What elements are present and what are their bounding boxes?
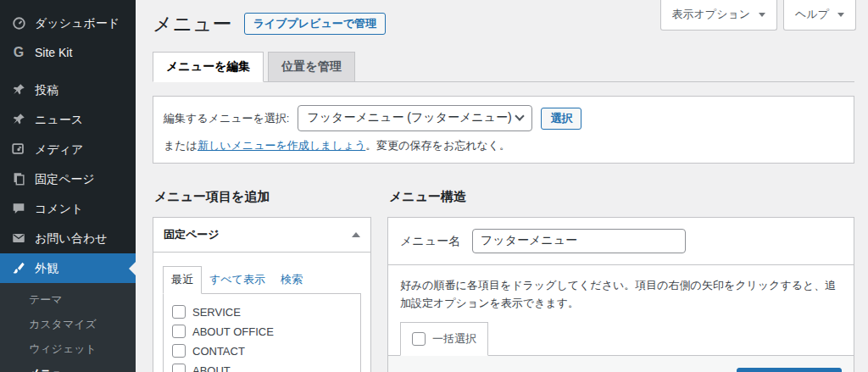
submenu-item-label: ウィジェット [29,342,97,355]
pushpin-icon [10,81,27,98]
page-title: メニュー [153,11,232,36]
add-items-heading: メニュー項目を追加 [154,189,371,205]
pages-postbox-body: 最近 すべて表示 検索 SERVICE ABOUT OFFICE [153,253,370,372]
comment-icon [10,200,27,217]
appearance-icon [10,259,27,276]
pages-tabs: 最近 すべて表示 検索 [163,266,361,293]
submenu-item-label: カスタマイズ [29,318,97,330]
help-button[interactable]: ヘルプ [783,0,856,31]
select-menu-label: 編集するメニューを選択: [164,111,289,126]
menu-structure-body: 好みの順番に各項目をドラッグしてください。項目の右側の矢印をクリックすると、追加… [388,265,854,355]
media-icon [10,141,27,158]
or-text: または [164,139,198,152]
bulk-select-checkbox[interactable] [412,332,426,346]
page-label: ABOUT OFFICE [192,325,274,338]
bulk-select-label: 一括選択 [432,330,476,347]
admin-sidebar: ダッシュボード G Site Kit 投稿 ニュース メディア [0,0,136,372]
menu-structure-panel: メニュー名 好みの順番に各項目をドラッグしてください。項目の右側の矢印をクリック… [387,217,854,372]
menu-editor-columns: メニュー項目を追加 固定ページ 最近 すべて表示 検索 [153,189,854,372]
drag-instructions-text: 好みの順番に各項目をドラッグしてください。項目の右側の矢印をクリックすると、追加… [400,276,842,313]
page-checkbox[interactable] [172,364,186,372]
page-checkbox-row: SERVICE [172,305,352,319]
select-button[interactable]: 選択 [541,108,581,130]
tab-view-all[interactable]: すべて表示 [202,267,273,293]
pushpin-icon [10,111,27,128]
caret-down-icon [759,13,765,17]
sidebar-item-comments[interactable]: コメント [0,194,136,224]
nav-tabs: メニューを編集 位置を管理 [153,52,854,82]
page-label: SERVICE [192,306,241,319]
sidebar-separator [0,68,136,75]
tab-most-recent[interactable]: 最近 [163,266,202,294]
dashboard-icon [10,14,27,31]
sidebar-item-label: コメント [35,201,83,216]
sidebar-item-sitekit[interactable]: G Site Kit [0,38,136,68]
pages-postbox-header[interactable]: 固定ページ [153,218,370,253]
menu-structure-heading: メニュー構造 [389,189,854,205]
sidebar-item-posts[interactable]: 投稿 [0,75,136,105]
page-checkbox[interactable] [172,344,186,358]
screen-options-button[interactable]: 表示オプション [660,0,778,31]
mail-icon [10,230,27,247]
live-preview-button[interactable]: ライブプレビューで管理 [244,13,386,35]
page-checkbox-row: CONTACT [172,344,352,358]
admin-content: 表示オプション ヘルプ メニュー ライブプレビューで管理 メニューを編集 位置を… [136,0,868,372]
tab-search[interactable]: 検索 [273,267,310,293]
page-checkbox-row: ABOUT [172,364,352,372]
create-menu-link[interactable]: 新しいメニューを作成しましょう [198,139,365,152]
sidebar-item-label: Site Kit [35,45,72,60]
page-checkbox[interactable] [172,305,186,319]
sitekit-icon: G [10,44,27,61]
menu-structure-column: メニュー構造 メニュー名 好みの順番に各項目をドラッグしてください。項目の右側の… [387,189,854,372]
save-reminder-text: 。変更の保存をお忘れなく。 [365,139,510,152]
sidebar-item-label: 固定ページ [35,171,95,186]
tab-manage-locations[interactable]: 位置を管理 [268,52,354,82]
pages-postbox-title: 固定ページ [164,227,220,242]
add-menu-items-column: メニュー項目を追加 固定ページ 最近 すべて表示 検索 [153,189,371,372]
sidebar-item-contact[interactable]: お問い合わせ [0,224,136,253]
menu-name-label: メニュー名 [400,234,460,249]
menu-settings-footer: メニューを削除 メニューを保存 [388,355,854,372]
chevron-down-icon [515,111,525,120]
manage-menus-bar: 編集するメニューを選択: フッターメニュー (フッターメニュー) 選択 または新… [153,96,854,164]
sidebar-item-label: メディア [35,142,83,157]
screen-options-label: 表示オプション [672,7,751,22]
screen-meta-links: 表示オプション ヘルプ [660,0,856,31]
submenu-item-menus[interactable]: メニュー [0,361,136,372]
caret-down-icon [837,13,844,17]
page-checkbox-row: ABOUT OFFICE [172,325,352,338]
bulk-select-tab: 一括選択 [400,322,488,356]
save-menu-button[interactable]: メニューを保存 [737,368,842,372]
menu-select[interactable]: フッターメニュー (フッターメニュー) [298,105,532,131]
help-label: ヘルプ [795,7,829,22]
page-label: CONTACT [192,345,245,358]
sidebar-item-label: お問い合わせ [35,230,107,246]
sidebar-item-news[interactable]: ニュース [0,105,136,135]
pages-icon [10,170,27,187]
sidebar-item-label: 投稿 [35,82,58,97]
submenu-item-themes[interactable]: テーマ [0,287,136,312]
appearance-submenu: テーマ カスタマイズ ウィジェット メニュー [0,283,136,372]
sidebar-item-label: ニュース [35,112,83,127]
menu-name-input[interactable] [472,229,686,253]
panel-toggle-icon[interactable] [352,232,360,237]
menu-name-row: メニュー名 [388,218,854,265]
page-label: ABOUT [192,364,231,372]
sidebar-item-pages[interactable]: 固定ページ [0,164,136,194]
menu-select-value: フッターメニュー (フッターメニュー) [307,110,511,125]
submenu-item-widgets[interactable]: ウィジェット [0,336,136,361]
tab-edit-menus[interactable]: メニューを編集 [153,52,264,82]
sidebar-item-label: 外観 [35,260,58,275]
sidebar-item-dashboard[interactable]: ダッシュボード [0,8,136,38]
submenu-item-customize[interactable]: カスタマイズ [0,312,136,336]
wordpress-admin: ダッシュボード G Site Kit 投稿 ニュース メディア [0,0,868,372]
submenu-item-label: メニュー [29,367,74,372]
pages-checklist: SERVICE ABOUT OFFICE CONTACT [163,293,361,372]
sidebar-item-appearance[interactable]: 外観 [0,253,136,283]
sidebar-item-label: ダッシュボード [35,15,120,31]
submenu-item-label: テーマ [29,293,63,306]
sidebar-item-media[interactable]: メディア [0,135,136,164]
page-checkbox[interactable] [172,325,186,338]
pages-postbox: 固定ページ 最近 すべて表示 検索 SERVICE [153,217,371,372]
